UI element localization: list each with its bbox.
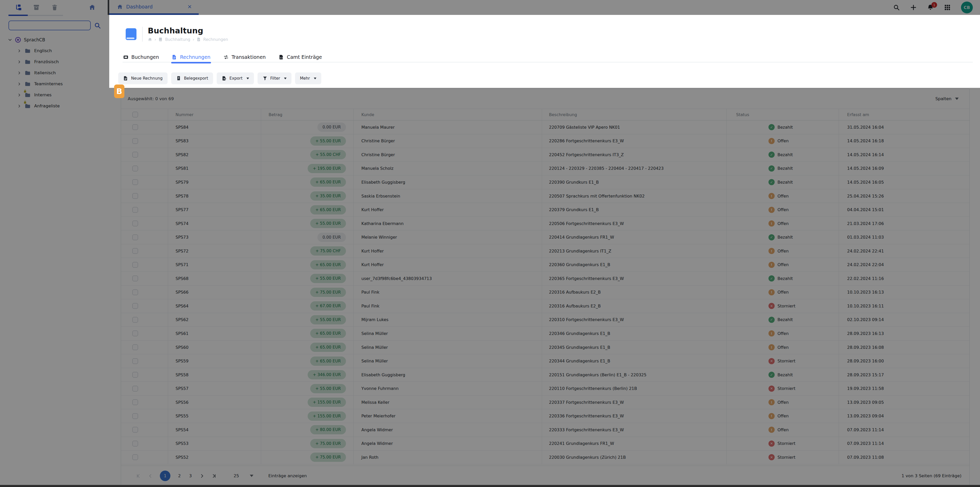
add-icon[interactable] <box>910 4 917 11</box>
chevron-right-icon[interactable] <box>18 82 21 86</box>
last-page-icon[interactable] <box>212 473 217 479</box>
table-row[interactable]: SPS55+ 155.00 EURPeter Meierhofer220336 … <box>121 409 969 423</box>
row-checkbox[interactable] <box>132 427 138 433</box>
page-size-value[interactable]: 25 <box>234 473 239 478</box>
mehr-button[interactable]: Mehr <box>295 73 321 84</box>
tree-item[interactable]: Internes <box>0 89 109 100</box>
row-checkbox[interactable] <box>132 207 138 213</box>
page-button-2[interactable]: 2 <box>177 473 181 478</box>
table-row[interactable]: SPS59+ 65.00 EURSelina Müller220344 Grun… <box>121 354 969 368</box>
table-row[interactable]: SPS64+ 67.00 EURPaul Fink220316 Aufbauku… <box>121 299 969 313</box>
export-button[interactable]: Export <box>217 73 254 84</box>
table-row[interactable]: SPS71+ 65.00 EURKurt Hoffer220360 Grundl… <box>121 258 969 272</box>
chevron-right-icon[interactable] <box>18 93 21 97</box>
row-checkbox[interactable] <box>132 152 138 157</box>
row-checkbox[interactable] <box>132 289 138 295</box>
breadcrumb-item[interactable]: Rechnungen <box>203 37 228 42</box>
table-row[interactable]: SPS74+ 55.00 EURKatharina Ebermann220506… <box>121 217 969 231</box>
chevron-right-icon[interactable] <box>18 60 21 64</box>
header-cell[interactable]: Betrag <box>261 109 354 120</box>
page-button-3[interactable]: 3 <box>188 473 192 478</box>
header-cell[interactable]: Kunde <box>354 109 542 120</box>
home-icon[interactable] <box>148 37 152 41</box>
row-checkbox[interactable] <box>132 400 138 405</box>
home-icon[interactable] <box>89 4 95 11</box>
table-row[interactable]: SPS52+ 75.00 EURJan Roth220030 Grundlage… <box>121 451 969 465</box>
table-row[interactable]: SPS730.00 EURMelanie Winniger220414 Grun… <box>121 230 969 244</box>
header-cell[interactable]: Erfasst am <box>839 109 969 120</box>
table-row[interactable]: SPS53+ 75.00 EURAngela Widmer220241 Grun… <box>121 437 969 451</box>
belegexport-button[interactable]: Belegexport <box>171 73 213 84</box>
table-row[interactable]: SPS66+ 75.00 EURPaul Fink220316 Aufbauku… <box>121 286 969 300</box>
close-icon[interactable] <box>188 4 192 9</box>
columns-button[interactable]: Spalten <box>935 96 959 101</box>
tree-root[interactable]: SprachCB <box>0 35 109 45</box>
first-page-icon[interactable] <box>136 473 141 479</box>
table-row[interactable]: SPS61+ 65.00 EURSelina Müller220346 Grun… <box>121 327 969 341</box>
trash-icon[interactable] <box>51 4 58 11</box>
row-checkbox[interactable] <box>132 372 138 378</box>
row-checkbox[interactable] <box>132 359 138 364</box>
table-row[interactable]: SPS58+ 346.00 EURElisabeth Guggisberg220… <box>121 368 969 382</box>
tab-rechnungen[interactable]: Rechnungen <box>171 52 211 62</box>
table-row[interactable]: SPS60+ 65.00 EURSelina Müller220345 Grun… <box>121 341 969 354</box>
table-row[interactable]: SPS83+ 55.00 EURChristine Bürger220286 F… <box>121 134 969 148</box>
breadcrumb-item[interactable]: Buchhaltung <box>165 37 190 42</box>
chevron-down-icon[interactable] <box>8 38 12 42</box>
header-cell[interactable]: Nummer <box>168 109 261 120</box>
header-cell[interactable]: Beschreibung <box>542 109 727 120</box>
row-checkbox[interactable] <box>132 276 138 281</box>
row-checkbox[interactable] <box>132 193 138 199</box>
tree-item[interactable]: Englisch <box>0 45 109 56</box>
chevron-right-icon[interactable] <box>18 71 21 75</box>
tab-camt-eintr-ge[interactable]: Camt Einträge <box>278 52 323 62</box>
header-cell[interactable]: Status <box>727 109 839 120</box>
search-icon[interactable] <box>893 4 900 11</box>
sidebar-search-input[interactable] <box>8 21 91 30</box>
tree-item[interactable]: Italienisch <box>0 67 109 78</box>
row-checkbox[interactable] <box>132 454 138 460</box>
table-row[interactable]: SPS840.00 EURManuela Maurer220709 Gästel… <box>121 121 969 134</box>
search-icon[interactable] <box>94 22 101 29</box>
page-button-1[interactable]: 1 <box>160 471 170 481</box>
row-checkbox[interactable] <box>132 386 138 392</box>
chevron-right-icon[interactable] <box>18 49 21 53</box>
avatar[interactable]: CB <box>961 2 973 13</box>
row-checkbox[interactable] <box>132 331 138 336</box>
tree-item[interactable]: Teaminternes <box>0 78 109 89</box>
chevron-down-icon[interactable] <box>250 475 253 477</box>
tree-item[interactable]: Anfrageliste <box>0 100 109 111</box>
filter-button[interactable]: Filter <box>258 73 291 84</box>
row-checkbox[interactable] <box>132 235 138 240</box>
table-row[interactable]: SPS79+ 65.00 EURElisabeth Guggisberg2203… <box>121 175 969 189</box>
apps-grid-icon[interactable] <box>944 4 951 11</box>
table-row[interactable]: SPS56+ 155.00 EURMelissa Keller220337 Fo… <box>121 395 969 409</box>
row-checkbox[interactable] <box>132 441 138 446</box>
row-checkbox[interactable] <box>132 262 138 268</box>
table-row[interactable]: SPS54+ 80.00 EURAngela Widmer220333 Fort… <box>121 423 969 437</box>
table-row[interactable]: SPS57+ 55.00 EURYvonne Fuhrmann220110 Fo… <box>121 382 969 395</box>
tab-transaktionen[interactable]: Transaktionen <box>223 52 266 62</box>
neue-rechnung-button[interactable]: Neue Rechnung <box>118 73 167 84</box>
table-row[interactable]: SPS78+ 35.00 EURSaskia Erbsenstein220507… <box>121 189 969 203</box>
chevron-right-icon[interactable] <box>18 104 21 108</box>
row-checkbox[interactable] <box>132 413 138 419</box>
row-checkbox[interactable] <box>132 124 138 130</box>
tab-dashboard[interactable]: Dashboard <box>109 0 199 15</box>
row-checkbox[interactable] <box>132 179 138 185</box>
tree-item[interactable]: Französisch <box>0 56 109 67</box>
row-checkbox[interactable] <box>132 303 138 309</box>
table-row[interactable]: SPS82+ 55.00 CHFChristine Bürger220452 F… <box>121 148 969 162</box>
row-checkbox[interactable] <box>132 248 138 254</box>
row-checkbox[interactable] <box>132 166 138 171</box>
previous-page-icon[interactable] <box>148 473 153 479</box>
row-checkbox[interactable] <box>132 220 138 226</box>
row-checkbox[interactable] <box>132 344 138 350</box>
tree-structure-icon[interactable] <box>15 4 22 11</box>
archive-icon[interactable] <box>33 4 40 11</box>
notifications-icon[interactable]: 1 <box>927 4 934 11</box>
row-checkbox[interactable] <box>132 317 138 323</box>
row-checkbox[interactable] <box>132 138 138 144</box>
table-row[interactable]: SPS68+ 55.00 EURuser_7d3f98fc6be4_438039… <box>121 272 969 286</box>
table-row[interactable]: SPS72+ 75.00 CHFKurt Hoffer220213 Grundl… <box>121 244 969 258</box>
